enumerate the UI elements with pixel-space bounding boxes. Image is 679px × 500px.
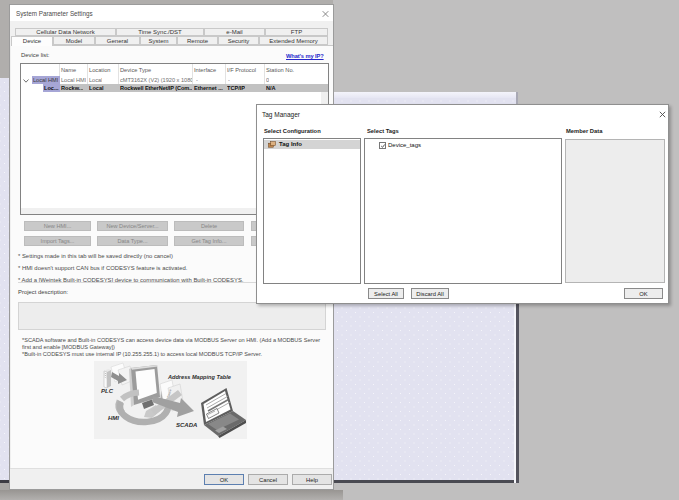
svg-text:Address Mapping Table: Address Mapping Table [167,374,231,380]
svg-text:PLC: PLC [101,388,114,394]
svg-text:SCADA: SCADA [176,422,197,428]
svg-text:HMI: HMI [108,415,119,421]
